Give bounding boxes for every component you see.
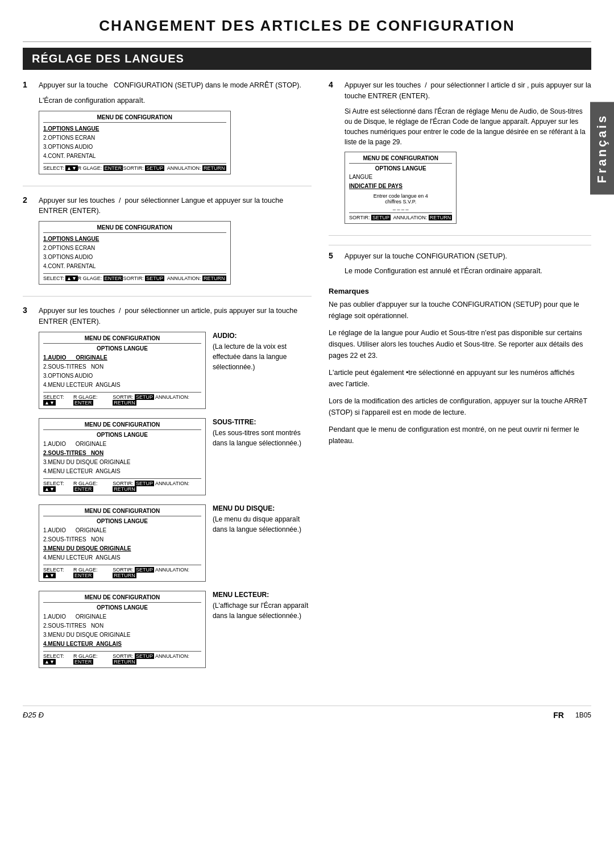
step-4-note: Si Autre est sélectionné dans l'Écran de…: [345, 106, 591, 147]
step4-menu-items: LANGUE INDICATIF DE PAYS: [349, 173, 452, 191]
remarks-title: Remarques: [329, 287, 591, 295]
step-5-text: Appuyer sur la touche CONFIGURATION (SET…: [345, 251, 591, 262]
remark-1: Ne pas oublier d'appuyer sur la touche C…: [329, 299, 591, 322]
sub-item-menu-disque: MENU DE CONFIGURATION OPTIONS LANGUE 1.A…: [39, 504, 312, 585]
step-4-content: Appuyer sur les touches / pour sélection…: [345, 80, 591, 227]
version-code: 1B05: [575, 711, 591, 719]
menu-lecteur-title: MENU DE CONFIGURATION: [43, 594, 201, 603]
menu-2-footer: SELECT: ▲▼ R GLAGE: ENTER SORTIR: SETUP …: [43, 273, 226, 281]
sous-titre-label: SOUS-TITRE:: [213, 418, 312, 426]
menu-1-items: 1.OPTIONS LANGUE 2.OPTIONS ECRAN 3.OPTIO…: [43, 124, 226, 161]
menu-audio-footer: SELECT: ▲▼ R GLAGE: ENTER SORTIR: SETUP …: [43, 392, 201, 406]
step-1-sub: L'Écran de configuration apparaît.: [39, 95, 312, 106]
step-4-text: Appuyer sur les touches / pour sélection…: [345, 80, 591, 102]
menu-lecteur-label: MENU LECTEUR:: [213, 591, 312, 599]
menu-1-footer: SELECT: ▲▼ R GLAGE: ENTER SORTIR: SETUP …: [43, 163, 226, 171]
menu-disque-desc: (Le menu du disque apparaît dans la lang…: [213, 514, 312, 535]
page-title: CHANGEMENT DES ARTICLES DE CONFIGURATION: [23, 17, 591, 35]
step-1-block: 1 Appuyer sur la touche CONFIGURATION (S…: [23, 80, 312, 186]
remark-4: Lors de la modification des articles de …: [329, 395, 591, 418]
step4-code-note: Entrer code langue en 4chiffres S.V.P._ …: [349, 193, 452, 210]
remark-2: Le réglage de la langue pour Audio et So…: [329, 327, 591, 361]
menu-soustitre-footer: SELECT: ▲▼ R GLAGE: ENTER SORTIR: SETUP …: [43, 478, 201, 492]
step-4-number: 4: [329, 80, 339, 227]
step-2-block: 2 Appuyer sur les touches / pour sélecti…: [23, 195, 312, 297]
menu-audio-subtitle: OPTIONS LANGUE: [43, 345, 201, 352]
step-5-note: Le mode Configuration est annulé et l'Éc…: [345, 266, 591, 277]
sous-titre-desc: (Les sous-titres sont montrés dans la la…: [213, 428, 312, 448]
step-1-number: 1: [23, 80, 33, 178]
step-3-block: 3 Appuyer sur les touches / pour sélecti…: [23, 306, 312, 685]
menu-lecteur-items: 1.AUDIO ORIGINALE 2.SOUS-TITRES NON 3.ME…: [43, 612, 201, 649]
step-5-block: 5 Appuyer sur la touche CONFIGURATION (S…: [329, 245, 591, 282]
step-4-menu: MENU DE CONFIGURATION OPTIONS LANGUE LAN…: [345, 152, 457, 224]
menu-2-title: MENU DE CONFIGURATION: [43, 224, 226, 233]
step-2-content: Appuyer sur les touches / pour sélection…: [39, 195, 312, 289]
step-4-block: 4 Appuyer sur les touches / pour sélecti…: [329, 80, 591, 236]
step-2-menu: MENU DE CONFIGURATION 1.OPTIONS LANGUE 2…: [39, 221, 231, 285]
step-3-text: Appuyer sur les touches / pour sélection…: [39, 306, 312, 327]
step-2-text: Appuyer sur les touches / pour sélection…: [39, 195, 312, 217]
remark-3: L'article peut également •tre sélectionn…: [329, 367, 591, 390]
menu-2-items: 1.OPTIONS LANGUE 2.OPTIONS ECRAN 3.OPTIO…: [43, 235, 226, 271]
step-5-number: 5: [329, 251, 339, 282]
step-1-text: Appuyer sur la touche CONFIGURATION (SET…: [39, 80, 312, 91]
menu-audio-title: MENU DE CONFIGURATION: [43, 335, 201, 344]
menu-disque-footer: SELECT: ▲▼ R GLAGE: ENTER SORTIR: SETUP …: [43, 565, 201, 578]
menu-disque: MENU DE CONFIGURATION OPTIONS LANGUE 1.A…: [39, 504, 206, 582]
remark-5: Pendant que le menu de configuration est…: [329, 424, 591, 446]
remarks-section: Remarques Ne pas oublier d'appuyer sur l…: [329, 287, 591, 446]
step-2-number: 2: [23, 195, 33, 289]
left-column: 1 Appuyer sur la touche CONFIGURATION (S…: [23, 80, 312, 694]
step-1-menu: MENU DE CONFIGURATION 1.OPTIONS LANGUE 2…: [39, 111, 231, 174]
sub-item-audio: MENU DE CONFIGURATION OPTIONS LANGUE 1.A…: [39, 332, 312, 412]
page-number: Ð25 Ð: [23, 711, 44, 719]
language-tab: Français: [590, 102, 614, 195]
menu-disque-title: MENU DE CONFIGURATION: [43, 508, 201, 516]
step-5-content: Appuyer sur la touche CONFIGURATION (SET…: [345, 251, 591, 282]
menu-lecteur-footer: SELECT: ▲▼ R GLAGE: ENTER SORTIR: SETUP …: [43, 651, 201, 665]
step-3-number: 3: [23, 306, 33, 677]
menu-1-title: MENU DE CONFIGURATION: [43, 114, 226, 123]
step-1-content: Appuyer sur la touche CONFIGURATION (SET…: [39, 80, 312, 178]
menu-lecteur: MENU DE CONFIGURATION OPTIONS LANGUE 1.A…: [39, 591, 206, 668]
menu-lecteur-desc: (L'affichage sur l'Écran apparaît dans l…: [213, 600, 312, 621]
page-footer: Ð25 Ð FR 1B05: [23, 706, 591, 720]
menu-audio-items: 1.AUDIO ORIGINALE 2.SOUS-TITRES NON 3.OP…: [43, 353, 201, 390]
step4-menu-subtitle: OPTIONS LANGUE: [349, 165, 452, 172]
menu-soustitre-items: 1.AUDIO ORIGINALE 2.SOUS-TITRES NON 3.ME…: [43, 440, 201, 476]
lang-code: FR: [553, 711, 564, 720]
right-column: 4 Appuyer sur les touches / pour sélecti…: [329, 80, 591, 694]
menu-sous-titre: MENU DE CONFIGURATION OPTIONS LANGUE 1.A…: [39, 418, 206, 495]
menu-lecteur-subtitle: OPTIONS LANGUE: [43, 604, 201, 611]
step4-menu-footer: SORTIR: SETUP ANNULATION: RETURN: [349, 212, 452, 220]
menu-disque-label: MENU DU DISQUE:: [213, 504, 312, 512]
sub-item-sous-titre: MENU DE CONFIGURATION OPTIONS LANGUE 1.A…: [39, 418, 312, 499]
sub-item-menu-lecteur: MENU DE CONFIGURATION OPTIONS LANGUE 1.A…: [39, 591, 312, 671]
section-header: RÉGLAGE DES LANGUES: [23, 48, 591, 70]
audio-label: AUDIO:: [213, 332, 312, 340]
menu-disque-items: 1.AUDIO ORIGINALE 2.SOUS-TITRES NON 3.ME…: [43, 526, 201, 562]
step4-menu-title: MENU DE CONFIGURATION: [349, 155, 452, 164]
menu-disque-subtitle: OPTIONS LANGUE: [43, 518, 201, 524]
step-3-content: Appuyer sur les touches / pour sélection…: [39, 306, 312, 677]
menu-soustitre-title: MENU DE CONFIGURATION: [43, 422, 201, 430]
menu-soustitre-subtitle: OPTIONS LANGUE: [43, 432, 201, 438]
audio-desc: (La lecture de la voix est effectuée dan…: [213, 341, 312, 372]
menu-audio: MENU DE CONFIGURATION OPTIONS LANGUE 1.A…: [39, 332, 206, 409]
